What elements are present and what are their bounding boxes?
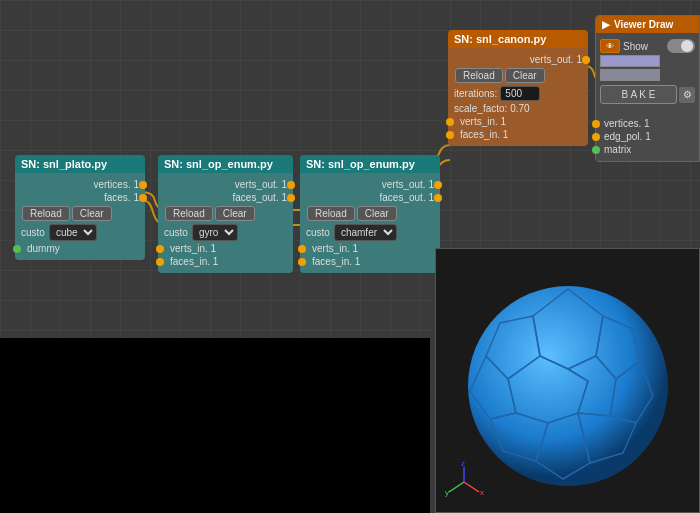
viewer-edgpol-socket	[592, 133, 600, 141]
node-enum2-custo-row: custo chamfer gyro dual	[306, 224, 434, 241]
node-enum1-buttons: Reload Clear	[164, 205, 287, 222]
enum2-faces-out-socket	[434, 194, 442, 202]
plato-reload-button[interactable]: Reload	[22, 206, 70, 221]
viewer-show-label: Show	[623, 41, 648, 52]
eye-icon: 👁	[606, 42, 614, 51]
enum1-faces-out-socket	[287, 194, 295, 202]
svg-text:y: y	[445, 488, 449, 497]
svg-text:x: x	[480, 488, 484, 497]
viewer-color-row-1	[600, 55, 695, 67]
viewer-draw-title: Viewer Draw	[614, 19, 673, 30]
plato-dummy-label: dummy	[27, 243, 60, 254]
canon-iter-input[interactable]	[500, 86, 540, 101]
node-op-enum-2-header: SN: snl_op_enum.py	[300, 155, 440, 173]
node-plato-dummy: dummy	[21, 243, 139, 254]
node-plato-custo-row: custo cube tetra octa	[21, 224, 139, 241]
enum1-reload-button[interactable]: Reload	[165, 206, 213, 221]
node-enum1-faces-out: faces_out. 1	[164, 192, 287, 203]
enum1-verts-out-socket	[287, 181, 295, 189]
enum2-clear-button[interactable]: Clear	[357, 206, 397, 221]
node-snl-plato-body: vertices. 1 faces. 1 Reload Clear custo …	[15, 173, 145, 260]
viewer-gear-button[interactable]: ⚙	[679, 87, 695, 103]
canon-verts-out-socket	[582, 56, 590, 64]
viewer-draw-panel: ▶ Viewer Draw 👁 Show B A K E ⚙	[595, 15, 700, 162]
enum1-clear-button[interactable]: Clear	[215, 206, 255, 221]
node-snl-plato-header: SN: snl_plato.py	[15, 155, 145, 173]
enum2-custo-select[interactable]: chamfer gyro dual	[334, 224, 397, 241]
viewer-vertices-socket	[592, 120, 600, 128]
viewer-draw-body: 👁 Show B A K E ⚙	[596, 33, 699, 112]
node-op-enum-1-body: verts_out. 1 faces_out. 1 Reload Clear c…	[158, 173, 293, 273]
canon-faces-in-socket	[446, 131, 454, 139]
node-plato-vertices-out: vertices. 1	[21, 179, 139, 190]
node-canon-buttons: Reload Clear	[454, 67, 582, 84]
node-canon-header: SN: snl_canon.py	[448, 30, 588, 48]
plato-vertices-out-socket	[139, 181, 147, 189]
node-enum2-verts-in: verts_in. 1	[306, 243, 434, 254]
node-enum1-verts-out: verts_out. 1	[164, 179, 287, 190]
node-enum2-faces-out: faces_out. 1	[306, 192, 434, 203]
enum2-faces-in-socket	[298, 258, 306, 266]
viewer-draw-header: ▶ Viewer Draw	[596, 16, 699, 33]
node-snl-canon: SN: snl_canon.py verts_out. 1 Reload Cle…	[448, 30, 588, 146]
axis-indicator: x y z	[444, 462, 484, 504]
viewer-output-area: vertices. 1 edg_pol. 1 matrix	[596, 112, 699, 161]
viewer-matrix-label: matrix	[604, 144, 631, 155]
node-enum1-custo-row: custo gyro dual kis	[164, 224, 287, 241]
node-enum2-buttons: Reload Clear	[306, 205, 434, 222]
sphere-body	[468, 286, 668, 486]
node-enum2-verts-out: verts_out. 1	[306, 179, 434, 190]
node-canon-scale-row: scale_facto: 0.70	[454, 103, 582, 114]
canon-scale-label: scale_facto: 0.70	[454, 103, 530, 114]
viewer-vertices-row: vertices. 1	[600, 118, 695, 129]
enum1-faces-in-socket	[156, 258, 164, 266]
viewer-bake-button[interactable]: B A K E	[600, 85, 677, 104]
node-enum1-verts-in: verts_in. 1	[164, 243, 287, 254]
node-enum1-faces-in: faces_in. 1	[164, 256, 287, 267]
black-area	[0, 338, 430, 513]
enum2-verts-out-socket	[434, 181, 442, 189]
viewer-show-row: 👁 Show	[600, 39, 695, 53]
viewer-edgpol-row: edg_pol. 1	[600, 131, 695, 142]
viewer-toggle-switch[interactable]	[667, 39, 695, 53]
canon-clear-button[interactable]: Clear	[505, 68, 545, 83]
viewer-color-strip-1[interactable]	[600, 55, 660, 67]
node-canon-iterations-row: iterations:	[454, 86, 582, 101]
viewer-eye-toggle[interactable]: 👁	[600, 39, 620, 53]
node-snl-op-enum-2: SN: snl_op_enum.py verts_out. 1 faces_ou…	[300, 155, 440, 273]
viewer-edgpol-label: edg_pol. 1	[604, 131, 651, 142]
node-plato-faces-out: faces. 1	[21, 192, 139, 203]
enum1-verts-in-socket	[156, 245, 164, 253]
enum1-custo-select[interactable]: gyro dual kis	[192, 224, 238, 241]
viewer-draw-icon: ▶	[602, 19, 610, 30]
node-enum2-faces-in: faces_in. 1	[306, 256, 434, 267]
node-canon-verts-in: verts_in. 1	[454, 116, 582, 127]
plato-custo-label: custo	[21, 227, 45, 238]
plato-clear-button[interactable]: Clear	[72, 206, 112, 221]
enum1-custo-label: custo	[164, 227, 188, 238]
node-canon-verts-out: verts_out. 1	[454, 54, 582, 65]
sphere-container: x y z	[436, 249, 699, 512]
node-canon-body: verts_out. 1 Reload Clear iterations: sc…	[448, 48, 588, 146]
viewer-bake-row: B A K E ⚙	[600, 83, 695, 106]
svg-line-1	[449, 482, 464, 492]
viewer-color-strip-2[interactable]	[600, 69, 660, 81]
canon-verts-in-socket	[446, 118, 454, 126]
svg-text:z: z	[461, 462, 465, 468]
viewer-matrix-socket	[592, 146, 600, 154]
axis-svg: x y z	[444, 462, 484, 502]
node-plato-buttons: Reload Clear	[21, 205, 139, 222]
plato-dummy-socket	[13, 245, 21, 253]
canon-reload-button[interactable]: Reload	[455, 68, 503, 83]
node-snl-op-enum-1: SN: snl_op_enum.py verts_out. 1 faces_ou…	[158, 155, 293, 273]
viewport-3d: x y z	[435, 248, 700, 513]
canon-iter-label: iterations:	[454, 88, 497, 99]
viewer-color-row-2	[600, 69, 695, 81]
svg-line-0	[464, 482, 479, 492]
node-canon-faces-in: faces_in. 1	[454, 129, 582, 140]
enum2-custo-label: custo	[306, 227, 330, 238]
enum2-reload-button[interactable]: Reload	[307, 206, 355, 221]
plato-custo-select[interactable]: cube tetra octa	[49, 224, 97, 241]
node-op-enum-2-body: verts_out. 1 faces_out. 1 Reload Clear c…	[300, 173, 440, 273]
plato-faces-out-socket	[139, 194, 147, 202]
